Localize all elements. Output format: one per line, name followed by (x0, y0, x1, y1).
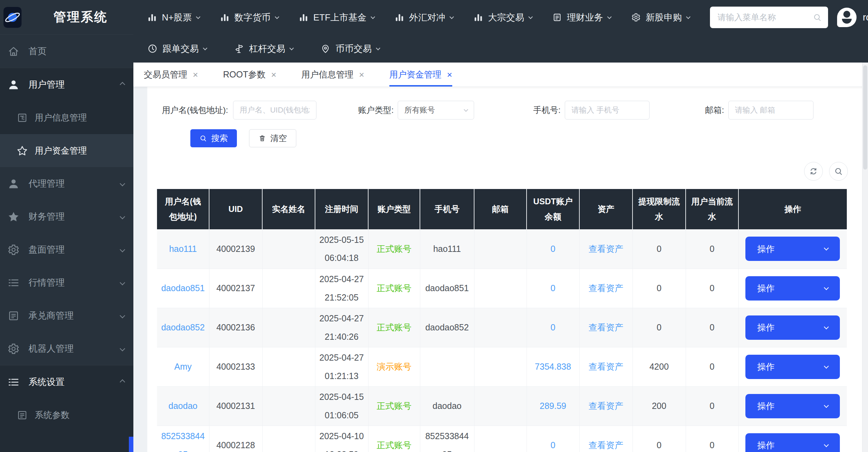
current-flow-cell: 0 (686, 347, 738, 386)
user-icon (6, 79, 21, 91)
nav-item-n-stocks[interactable]: N+股票 (147, 11, 200, 24)
phone-cell (420, 347, 474, 386)
nav-item-wealth[interactable]: 理财业务 (552, 11, 611, 24)
account-type-select[interactable]: 所有账号 (398, 101, 474, 120)
row-action-button[interactable]: 操作 (745, 276, 840, 301)
content-scrollbar[interactable] (862, 63, 868, 452)
sidebar-item-user-funds-management[interactable]: 用户资金管理 (0, 134, 133, 167)
sidebar-item-agent-management[interactable]: 代理管理 (0, 167, 133, 200)
usdt-balance-link[interactable]: 0 (551, 440, 555, 450)
sidebar-item-acceptor-management[interactable]: 承兑商管理 (0, 299, 133, 332)
usdt-balance-link[interactable]: 0 (551, 322, 555, 332)
search-button[interactable]: 搜索 (190, 129, 237, 147)
view-assets-link[interactable]: 查看资产 (589, 322, 623, 332)
nav-item-copy-trading[interactable]: 跟单交易 (147, 43, 207, 55)
content-scrollbar-thumb[interactable] (863, 65, 867, 170)
view-assets-link[interactable]: 查看资产 (589, 401, 623, 411)
register-time-cell: 2025-04-27 01:21:13 (315, 347, 368, 386)
sidebar-item-board-management[interactable]: 盘面管理 (0, 233, 133, 266)
table-search-button[interactable] (829, 162, 848, 181)
col-username: 用户名(钱包地址) (157, 189, 209, 229)
row-action-button[interactable]: 操作 (745, 355, 840, 379)
register-time-cell: 2025-05-15 06:04:18 (315, 229, 368, 269)
row-action-button[interactable]: 操作 (745, 433, 840, 452)
user-menu[interactable]: root (863, 12, 868, 23)
close-icon[interactable]: × (447, 70, 452, 79)
tab-root-params[interactable]: ROOT参数 × (223, 63, 276, 87)
row-action-button[interactable]: 操作 (745, 315, 840, 340)
usdt-balance-link[interactable]: 0 (551, 283, 555, 293)
current-flow-cell: 0 (686, 308, 738, 347)
tab-bar: 交易员管理 × ROOT参数 × 用户信息管理 × 用户资金管理 × (133, 63, 868, 87)
view-assets-link[interactable]: 查看资产 (589, 283, 623, 293)
email-filter-input[interactable] (728, 101, 813, 120)
close-icon[interactable]: × (359, 70, 364, 79)
username-link[interactable]: daodao851 (161, 283, 205, 293)
bar-chart-icon (220, 13, 230, 22)
sidebar-scrollbar-thumb[interactable] (129, 437, 133, 452)
usdt-balance-link[interactable]: 7354.838 (535, 362, 571, 371)
nav-item-forex-hedge[interactable]: 外汇对冲 (395, 11, 453, 24)
username-link[interactable]: daodao (168, 401, 197, 411)
uid-cell: 40002136 (209, 308, 262, 347)
username-link[interactable]: Amy (174, 362, 192, 371)
withdraw-limit-flow-cell: 0 (633, 308, 686, 347)
account-type-filter-label: 账户类型: (358, 105, 394, 116)
nav-item-etf-funds[interactable]: ETF上市基金 (299, 11, 374, 24)
refresh-icon (809, 167, 818, 176)
menu-search-input[interactable] (718, 13, 813, 22)
username-link[interactable]: daodao852 (161, 322, 205, 332)
nav-item-ipo[interactable]: 新股申购 (631, 11, 690, 24)
col-assets: 资产 (579, 189, 633, 229)
sidebar-item-home[interactable]: 首页 (0, 35, 133, 68)
tab-user-info-management[interactable]: 用户信息管理 × (301, 63, 364, 87)
close-icon[interactable]: × (193, 70, 198, 79)
chevron-down-icon (275, 15, 279, 19)
phone-filter-input[interactable] (565, 101, 650, 120)
view-assets-link[interactable]: 查看资产 (589, 362, 623, 371)
clear-button[interactable]: 清空 (249, 129, 296, 147)
close-icon[interactable]: × (271, 70, 276, 79)
nav-item-margin-trading[interactable]: 杠杆交易 (234, 43, 293, 55)
chevron-down-icon (196, 15, 200, 19)
nav-item-spot-trading[interactable]: 币币交易 (320, 43, 380, 55)
view-assets-link[interactable]: 查看资产 (589, 244, 623, 254)
usdt-balance-link[interactable]: 289.59 (540, 401, 566, 411)
sidebar-item-market-management[interactable]: 行情管理 (0, 266, 133, 299)
account-type-badge: 演示账号 (377, 362, 412, 371)
sidebar-item-robot-management[interactable]: 机器人管理 (0, 332, 133, 365)
menu-search-box (710, 7, 828, 28)
nav-item-crypto[interactable]: 数字货币 (220, 11, 279, 24)
username-link[interactable]: 85253384495 (161, 431, 205, 452)
account-type-badge: 正式账号 (377, 401, 412, 411)
email-cell (474, 229, 527, 269)
username-link[interactable]: hao111 (169, 244, 197, 254)
col-withdraw-limit-flow: 提现限制流水 (633, 189, 686, 229)
sidebar-item-user-management[interactable]: 用户管理 (0, 68, 133, 101)
phone-cell: daodao852 (420, 308, 474, 347)
row-action-button[interactable]: 操作 (745, 394, 840, 418)
star-icon (6, 211, 21, 223)
sidebar-item-finance-management[interactable]: 财务管理 (0, 200, 133, 233)
phone-filter-label: 手机号: (533, 105, 561, 116)
account-type-badge: 正式账号 (377, 440, 412, 450)
sidebar-item-system-params[interactable]: 系统参数 (0, 398, 133, 432)
email-cell (474, 269, 527, 308)
sidebar-item-system-settings[interactable]: 系统设置 (0, 365, 133, 398)
document-text-icon (16, 112, 28, 123)
view-assets-link[interactable]: 查看资产 (589, 440, 623, 450)
refresh-button[interactable] (804, 162, 823, 181)
tab-trader-management[interactable]: 交易员管理 × (144, 63, 198, 87)
usdt-balance-link[interactable]: 0 (551, 244, 555, 254)
chevron-down-icon (203, 46, 207, 50)
sidebar-item-user-info-management[interactable]: 用户信息管理 (0, 101, 133, 134)
document-icon (6, 310, 21, 322)
username-filter-input[interactable] (233, 101, 316, 120)
user-avatar[interactable] (837, 8, 857, 27)
chevron-down-icon (120, 346, 125, 352)
phone-cell: daodao (420, 386, 474, 426)
top-navbar: N+股票 数字货币 ETF上市基金 外汇对冲 大宗交易 (133, 0, 868, 35)
tab-user-funds-management[interactable]: 用户资金管理 × (389, 63, 452, 87)
nav-item-block-trade[interactable]: 大宗交易 (473, 11, 532, 24)
row-action-button[interactable]: 操作 (745, 237, 840, 261)
